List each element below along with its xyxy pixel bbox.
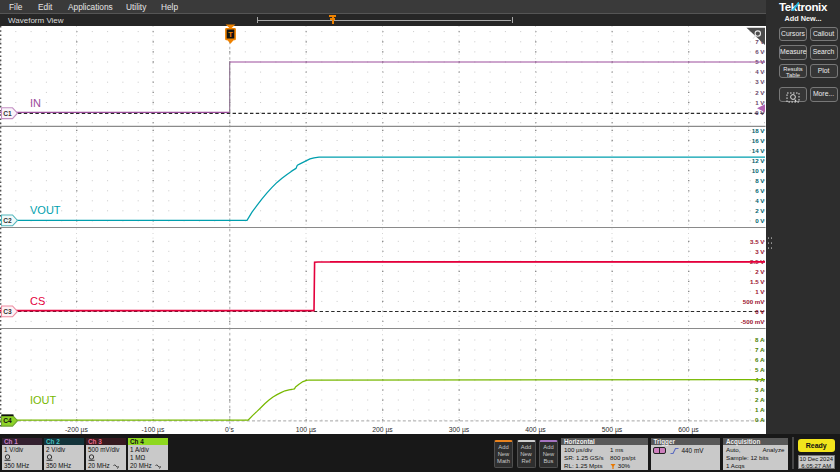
svg-text:1 A: 1 A <box>755 406 765 413</box>
svg-text:3 A: 3 A <box>755 386 765 393</box>
svg-text:3 V: 3 V <box>755 248 765 255</box>
svg-text:1.5 V: 1.5 V <box>750 278 765 285</box>
svg-text:C1: C1 <box>3 110 12 117</box>
svg-text:3.5 V: 3.5 V <box>750 238 765 245</box>
svg-text:0 A: 0 A <box>755 416 765 423</box>
svg-text:2 V: 2 V <box>755 89 765 96</box>
svg-text:6 V: 6 V <box>755 48 765 55</box>
svg-text:T: T <box>228 30 233 39</box>
svg-text:IN: IN <box>30 97 41 109</box>
svg-text:1 V: 1 V <box>755 288 765 295</box>
svg-text:C4: C4 <box>3 417 12 424</box>
svg-text:500 µs: 500 µs <box>602 426 623 434</box>
svg-text:2 A: 2 A <box>755 396 765 403</box>
svg-text:5 A: 5 A <box>755 366 765 373</box>
svg-text:8 V: 8 V <box>755 177 765 184</box>
svg-text:IOUT: IOUT <box>30 394 57 406</box>
svg-text:6 V: 6 V <box>755 187 765 194</box>
svg-text:VOUT: VOUT <box>30 204 61 216</box>
svg-text:-200 µs: -200 µs <box>65 426 88 434</box>
svg-text:-100 µs: -100 µs <box>142 426 165 434</box>
svg-text:16 V: 16 V <box>752 137 766 144</box>
svg-text:0 s: 0 s <box>225 426 235 433</box>
svg-text:4 V: 4 V <box>755 197 765 204</box>
svg-text:200 µs: 200 µs <box>372 426 393 434</box>
svg-text:8 A: 8 A <box>755 336 765 343</box>
svg-text:7 A: 7 A <box>755 346 765 353</box>
svg-text:C2: C2 <box>3 217 12 224</box>
svg-text:600 µs: 600 µs <box>678 426 699 434</box>
svg-text:12 V: 12 V <box>752 157 766 164</box>
svg-text:100 µs: 100 µs <box>296 426 317 434</box>
svg-text:-500 mV: -500 mV <box>741 318 766 325</box>
svg-text:3 V: 3 V <box>755 78 765 85</box>
svg-text:400 µs: 400 µs <box>525 426 546 434</box>
svg-text:4 V: 4 V <box>755 68 765 75</box>
svg-text:6 A: 6 A <box>755 356 765 363</box>
svg-text:14 V: 14 V <box>752 147 766 154</box>
svg-text:C3: C3 <box>3 308 12 315</box>
svg-text:0 V: 0 V <box>755 217 765 224</box>
svg-text:1 V: 1 V <box>755 99 765 106</box>
svg-text:0 V: 0 V <box>755 308 765 315</box>
svg-text:500 mV: 500 mV <box>743 298 766 305</box>
svg-text:18 V: 18 V <box>752 127 766 134</box>
svg-text:10 V: 10 V <box>752 167 766 174</box>
svg-text:2 V: 2 V <box>755 207 765 214</box>
svg-text:300 µs: 300 µs <box>449 426 470 434</box>
svg-text:CS: CS <box>30 295 45 307</box>
svg-text:2 V: 2 V <box>755 268 765 275</box>
